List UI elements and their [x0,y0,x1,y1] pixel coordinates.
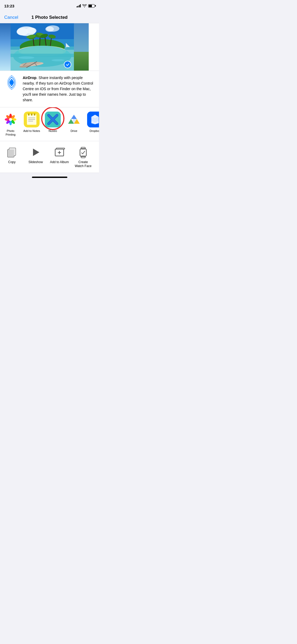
airdrop-title: AirDrop [23,76,36,80]
action-copy-label: Copy [8,160,16,164]
photo-thumb-left[interactable] [0,23,11,71]
share-item-nuxeo[interactable]: Nuxeo [42,112,63,133]
status-icons [77,4,95,8]
action-watch-label: CreateWatch Face [75,160,92,168]
watch-face-icon [77,146,89,158]
dropbox-icon [87,112,99,127]
notes-icon [24,112,40,127]
share-nuxeo-label: Nuxeo [49,129,57,133]
status-bar: 13:23 [0,0,99,12]
action-row: Copy Slideshow Add to Album [0,141,99,173]
photo-main[interactable] [11,23,74,71]
svg-point-6 [45,26,54,32]
share-photos-label: PhotoPrinting [6,129,15,137]
svg-point-4 [26,27,36,34]
svg-rect-47 [28,113,30,116]
home-indicator-area [0,173,99,182]
airdrop-icon [4,75,19,91]
share-item-notes[interactable]: Add to Notes [21,112,42,133]
photo-strip[interactable] [0,23,99,71]
svg-rect-48 [31,113,32,116]
action-copy[interactable]: Copy [0,144,24,171]
share-drive-label: Drive [70,129,77,133]
svg-rect-77 [56,148,65,149]
action-slideshow-label: Slideshow [29,160,43,164]
action-watch-face[interactable]: CreateWatch Face [71,144,95,171]
svg-marker-73 [33,149,39,156]
photos-icon [3,112,18,127]
svg-rect-78 [80,149,86,157]
add-album-icon [54,146,65,158]
status-time: 13:23 [4,4,14,8]
photo-thumb-right[interactable] [74,23,89,71]
airdrop-section: AirDrop. Share instantly with people nea… [0,71,99,107]
slideshow-icon [30,146,41,158]
action-slideshow[interactable]: Slideshow [24,144,48,171]
share-item-dropbox[interactable]: Dropbox [84,112,99,133]
share-item-photos[interactable]: PhotoPrinting [0,112,21,137]
nav-bar: Cancel 1 Photo Selected [0,12,99,23]
share-dropbox-label: Dropbox [89,129,99,133]
svg-rect-49 [34,113,35,116]
photo-selected-checkmark [64,61,71,68]
action-wallpaper[interactable]: Use asWallpape... [95,144,99,171]
share-apps-row: PhotoPrinting Add to Notes [0,107,99,141]
svg-point-23 [18,56,34,59]
share-notes-label: Add to Notes [23,129,40,133]
signal-icon [77,4,81,7]
airdrop-description: AirDrop. Share instantly with people nea… [23,75,95,103]
copy-icon [6,146,18,158]
action-add-album[interactable]: Add to Album [48,144,71,171]
drive-icon [66,112,82,127]
share-item-drive[interactable]: Drive [63,112,84,133]
svg-rect-72 [8,150,14,157]
wifi-icon [82,4,87,7]
home-indicator [32,177,67,178]
svg-point-24 [51,59,65,61]
page-title: 1 Photo Selected [31,15,68,20]
nuxeo-icon [45,112,61,127]
action-add-album-label: Add to Album [50,160,69,164]
svg-point-44 [9,118,12,121]
battery-icon [88,4,95,8]
cancel-button[interactable]: Cancel [4,15,18,20]
